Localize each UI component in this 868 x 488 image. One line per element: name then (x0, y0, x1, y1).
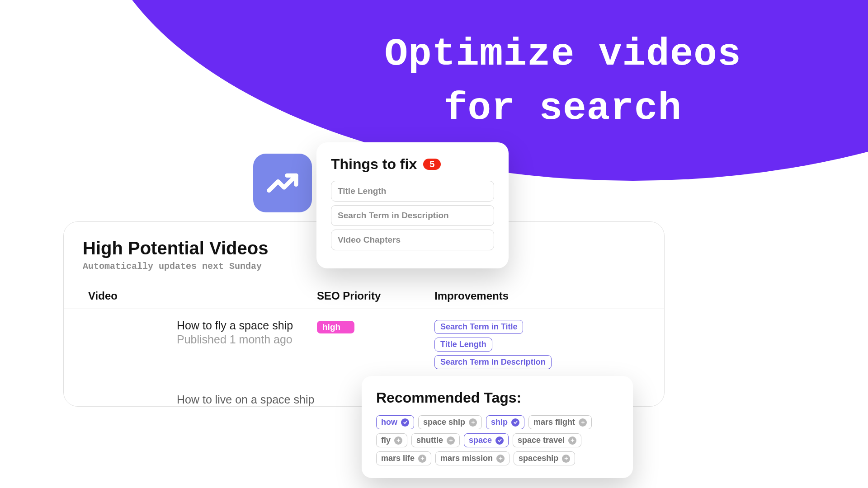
check-icon (495, 436, 504, 445)
seo-priority-badge: high (317, 321, 354, 333)
hero-line1: Optimize videos (384, 32, 741, 76)
tag-pill[interactable]: mars mission (435, 451, 509, 465)
trend-up-icon (253, 154, 312, 212)
plus-icon (562, 455, 570, 463)
plus-icon (579, 418, 587, 427)
recommended-tags-title: Recommended Tags: (376, 389, 618, 406)
hero-line2: for search (444, 86, 682, 131)
plus-icon (496, 455, 505, 463)
tag-pill[interactable]: shuttle (411, 433, 460, 447)
tag-label: spaceship (519, 454, 558, 463)
plus-icon (394, 436, 402, 445)
check-icon (401, 418, 409, 427)
tag-label: mars mission (440, 454, 493, 463)
tag-pill[interactable]: ship (486, 415, 524, 429)
improvement-pill[interactable]: Title Length (434, 338, 492, 352)
tag-pill[interactable]: space (464, 433, 509, 447)
tags-list: howspace shipshipmars flightflyshuttlesp… (376, 415, 618, 465)
column-seo-priority: SEO Priority (317, 290, 434, 302)
column-video: Video (64, 290, 317, 302)
tag-label: mars flight (533, 418, 575, 427)
column-improvements: Improvements (434, 290, 664, 302)
tag-label: ship (491, 418, 508, 427)
things-to-fix-title: Things to fix (331, 156, 417, 173)
tag-pill[interactable]: spaceship (514, 451, 575, 465)
improvement-pill[interactable]: Search Term in Description (434, 355, 552, 369)
video-title: How to live on a space ship (177, 393, 317, 406)
fix-item[interactable]: Video Chapters (331, 230, 494, 250)
plus-icon (469, 418, 477, 427)
things-to-fix-card: Things to fix 5 Title Length Search Term… (316, 142, 509, 268)
plus-icon (447, 436, 455, 445)
tag-pill[interactable]: space travel (513, 433, 581, 447)
tag-label: space travel (518, 436, 565, 445)
fix-item[interactable]: Title Length (331, 181, 494, 202)
tag-label: mars life (381, 454, 415, 463)
improvement-pill[interactable]: Search Term in Title (434, 320, 523, 334)
hero-title: Optimize videos for search (294, 27, 832, 136)
tag-pill[interactable]: mars life (376, 451, 431, 465)
tag-label: space (469, 436, 492, 445)
plus-icon (568, 436, 576, 445)
check-icon (511, 418, 519, 427)
recommended-tags-card: Recommended Tags: howspace shipshipmars … (362, 376, 633, 478)
tag-pill[interactable]: how (376, 415, 414, 429)
tag-label: space ship (423, 418, 465, 427)
things-to-fix-count-badge: 5 (423, 159, 441, 170)
video-published: Published 1 month ago (177, 333, 317, 346)
table-header: Video SEO Priority Improvements (64, 283, 664, 309)
fix-item[interactable]: Search Term in Description (331, 205, 494, 226)
tag-pill[interactable]: fly (376, 433, 407, 447)
tag-label: fly (381, 436, 391, 445)
video-title: How to fly a space ship (177, 319, 317, 332)
plus-icon (418, 455, 426, 463)
table-row[interactable]: How to fly a space ship Published 1 mont… (64, 309, 664, 383)
tag-label: how (381, 418, 397, 427)
tag-pill[interactable]: mars flight (528, 415, 592, 429)
tag-pill[interactable]: space ship (418, 415, 482, 429)
tag-label: shuttle (416, 436, 443, 445)
